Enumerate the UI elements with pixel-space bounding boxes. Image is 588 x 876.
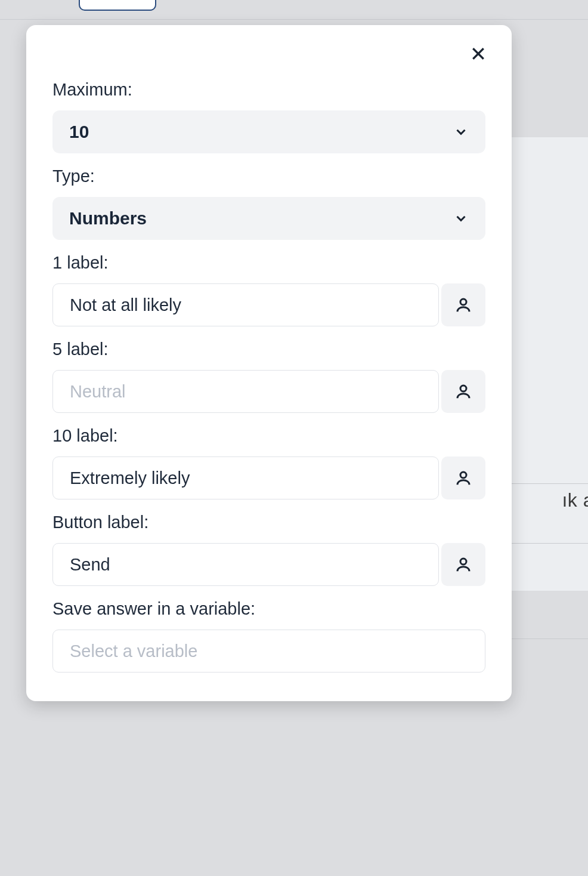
- close-button[interactable]: [465, 41, 491, 67]
- chevron-down-icon: [453, 211, 469, 226]
- maximum-select[interactable]: 10: [52, 110, 485, 153]
- svg-point-3: [460, 385, 466, 391]
- label5-label: 5 label:: [52, 340, 485, 359]
- label10-input[interactable]: [52, 456, 439, 499]
- maximum-label: Maximum:: [52, 80, 485, 100]
- label10-personalize-button[interactable]: [441, 456, 485, 499]
- person-icon: [454, 556, 472, 573]
- label1-label: 1 label:: [52, 253, 485, 273]
- background-text: ık a: [562, 489, 588, 511]
- close-icon: [469, 45, 487, 63]
- chevron-down-icon: [453, 124, 469, 140]
- label1-input[interactable]: [52, 283, 439, 326]
- save-variable-placeholder: Select a variable: [70, 641, 197, 661]
- label5-personalize-button[interactable]: [441, 370, 485, 413]
- save-variable-select[interactable]: Select a variable: [52, 630, 485, 673]
- button-label-personalize-button[interactable]: [441, 543, 485, 586]
- person-icon: [454, 469, 472, 487]
- type-value: Numbers: [69, 208, 147, 229]
- maximum-value: 10: [69, 122, 89, 142]
- svg-point-5: [460, 559, 466, 565]
- button-label-input[interactable]: [52, 543, 439, 586]
- svg-point-2: [460, 299, 466, 305]
- background-divider: [0, 19, 588, 20]
- type-label: Type:: [52, 166, 485, 186]
- label10-label: 10 label:: [52, 426, 485, 446]
- svg-point-4: [460, 472, 466, 478]
- background-tab: [79, 0, 156, 11]
- settings-modal: Maximum: 10 Type: Numbers 1 label: 5 lab…: [26, 25, 512, 701]
- label1-personalize-button[interactable]: [441, 283, 485, 326]
- button-label-label: Button label:: [52, 513, 485, 532]
- person-icon: [454, 296, 472, 314]
- label5-input[interactable]: [52, 370, 439, 413]
- background-side-panel: [510, 137, 588, 591]
- person-icon: [454, 383, 472, 400]
- save-variable-label: Save answer in a variable:: [52, 599, 485, 619]
- type-select[interactable]: Numbers: [52, 197, 485, 240]
